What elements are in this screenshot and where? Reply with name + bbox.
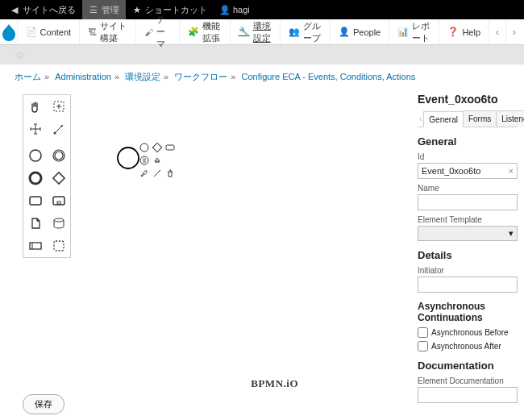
panel-title: Event_0xoo6to	[418, 93, 518, 106]
breadcrumb: ホーム» Administration» 環境設定» ワークフロー» Confi…	[0, 64, 524, 89]
menu-structure-label: サイト構築	[100, 20, 127, 44]
save-button[interactable]: 保存	[23, 394, 64, 414]
ctx-append-event[interactable]	[139, 142, 150, 153]
tab-general[interactable]: General	[423, 111, 464, 127]
crumb-admin[interactable]: Administration	[55, 72, 111, 81]
name-field[interactable]	[418, 194, 518, 210]
menu-reports-label: レポート	[412, 20, 430, 44]
svg-rect-15	[30, 243, 41, 249]
section-details: Details	[418, 249, 518, 261]
ctx-annotation[interactable]	[139, 155, 150, 166]
id-label: Id	[418, 152, 518, 161]
svg-point-8	[55, 152, 63, 160]
ctx-wrench[interactable]	[139, 168, 150, 179]
svg-rect-13	[57, 202, 60, 204]
doc-field[interactable]	[418, 387, 518, 403]
menu-overflow-left[interactable]: ‹	[489, 19, 505, 44]
menu-overflow-right[interactable]: ›	[505, 19, 522, 44]
reports-icon: 📊	[397, 27, 409, 38]
async-after-checkbox[interactable]	[418, 341, 428, 351]
palette-data-object[interactable]	[23, 212, 47, 235]
drupal-logo[interactable]	[2, 19, 17, 44]
back-to-site[interactable]: ◀ サイトへ戻る	[3, 0, 82, 19]
menu-extend-label: 機能拡張	[202, 20, 221, 44]
admin-menu: 📄Content 🏗サイト構築 🖌テーマ 🧩機能拡張 🔧環境設定 👥グループ 👤…	[0, 19, 524, 45]
menu-structure[interactable]: 🏗サイト構築	[79, 19, 135, 44]
svg-rect-17	[54, 241, 64, 251]
theme-icon: 🖌	[144, 27, 153, 38]
palette-group[interactable]	[47, 235, 70, 257]
palette-data-store[interactable]	[47, 212, 70, 235]
star-icon: ★	[132, 5, 142, 15]
async-before-row[interactable]: Asynchronous Before	[418, 327, 518, 338]
groups-icon: 👥	[289, 27, 300, 38]
crumb-config[interactable]: 環境設定	[125, 72, 160, 81]
name-label: Name	[418, 184, 518, 193]
menu-content[interactable]: 📄Content	[17, 19, 80, 44]
async-before-checkbox[interactable]	[418, 327, 428, 338]
ctx-change-type[interactable]	[152, 155, 163, 166]
ctx-append-task[interactable]	[164, 142, 176, 153]
svg-point-5	[53, 132, 56, 135]
ctx-delete[interactable]	[164, 168, 176, 179]
initiator-field[interactable]	[418, 277, 518, 293]
palette-end-event[interactable]	[23, 167, 47, 189]
canvas-start-event[interactable]	[116, 146, 140, 173]
crumb-home[interactable]: ホーム	[15, 72, 41, 81]
people-icon: 👤	[339, 27, 350, 38]
id-field[interactable]: Event_0xoo6to ×	[418, 163, 518, 179]
palette-subprocess[interactable]	[47, 189, 70, 212]
content-icon: 📄	[26, 27, 37, 38]
favorite-star-icon[interactable]: ☆	[15, 48, 25, 61]
bpmn-canvas[interactable]: 保存 BPMN.iO	[0, 89, 411, 420]
ctx-spacer1	[164, 155, 176, 166]
palette-participant[interactable]	[23, 235, 47, 257]
menu-reports[interactable]: 📊レポート	[389, 19, 439, 44]
tab-forms[interactable]: Forms	[463, 110, 497, 127]
menu-extend[interactable]: 🧩機能拡張	[179, 19, 229, 44]
svg-point-18	[118, 148, 139, 168]
menu-help[interactable]: ❓Help	[439, 19, 489, 44]
tool-hand[interactable]	[23, 95, 47, 118]
svg-rect-20	[152, 143, 161, 152]
palette-task[interactable]	[23, 189, 47, 212]
config-icon: 🔧	[239, 27, 250, 38]
async-after-row[interactable]: Asynchronous After	[418, 341, 518, 351]
id-clear-icon[interactable]: ×	[509, 166, 514, 176]
menu-help-label: Help	[462, 27, 480, 37]
template-select[interactable]: ▾	[418, 226, 518, 241]
user-menu[interactable]: 👤 hagi	[214, 0, 256, 19]
menu-people-label: People	[353, 27, 381, 37]
tool-space[interactable]	[23, 118, 47, 140]
menu-content-label: Content	[40, 27, 72, 37]
help-icon: ❓	[447, 27, 459, 38]
ctx-append-gateway[interactable]	[152, 142, 163, 153]
tool-connect[interactable]	[47, 118, 70, 140]
crumb-workflow[interactable]: ワークフロー	[174, 72, 227, 81]
work-area: 保存 BPMN.iO Event_0xoo6to ‹ General Forms…	[0, 89, 524, 420]
bpmn-watermark: BPMN.iO	[251, 377, 298, 390]
tabs-scroll-left[interactable]: ‹	[418, 114, 423, 123]
properties-panel: Event_0xoo6to ‹ General Forms Listene › …	[411, 89, 524, 420]
menu-theme[interactable]: 🖌テーマ	[135, 19, 180, 44]
panel-tabs: ‹ General Forms Listene ›	[418, 110, 518, 127]
section-async: Asynchronous Continuations	[418, 301, 518, 324]
tab-listeners[interactable]: Listene	[496, 110, 524, 127]
initiator-label: Initiator	[418, 266, 518, 275]
menu-config[interactable]: 🔧環境設定	[230, 19, 280, 44]
manage-toggle[interactable]: ☰ 管理	[82, 0, 126, 19]
id-value: Event_0xoo6to	[422, 166, 480, 176]
svg-rect-21	[166, 145, 174, 150]
menu-people[interactable]: 👤People	[330, 19, 389, 44]
menu-groups[interactable]: 👥グループ	[280, 19, 330, 44]
svg-rect-10	[52, 173, 64, 184]
palette-intermediate-event[interactable]	[47, 144, 70, 167]
section-general: General	[418, 135, 518, 148]
template-label: Element Template	[418, 215, 518, 224]
doc-label: Element Documentation	[418, 376, 518, 385]
palette-start-event[interactable]	[23, 144, 47, 167]
ctx-connect[interactable]	[152, 168, 163, 179]
tool-lasso[interactable]	[47, 95, 70, 118]
palette-gateway[interactable]	[47, 167, 70, 189]
crumb-current[interactable]: Configure ECA - Events, Conditions, Acti…	[241, 72, 415, 81]
